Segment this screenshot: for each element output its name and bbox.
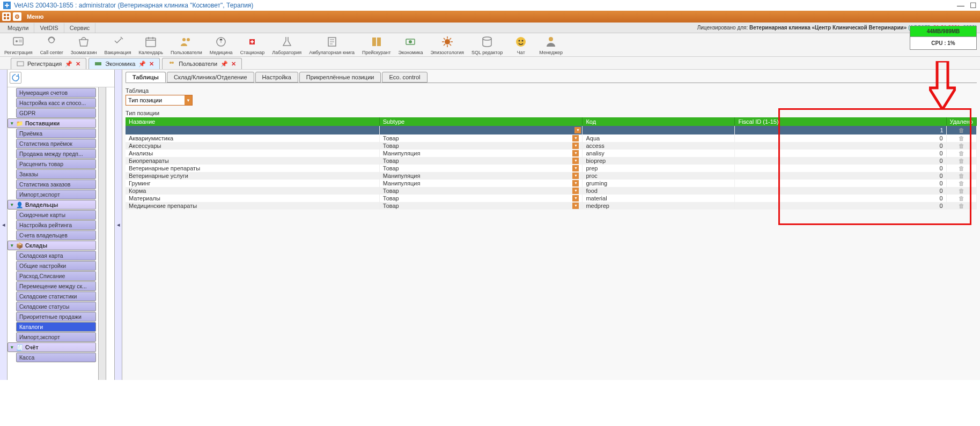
tab-modules[interactable]: Модули xyxy=(2,23,34,33)
table-row[interactable]: АксессуарыТовар ▼access0🗑 xyxy=(126,142,977,150)
subtab-tables[interactable]: Таблицы xyxy=(126,72,166,83)
tool-pricelist[interactable]: Прейскурант xyxy=(362,35,391,55)
refresh-button[interactable] xyxy=(10,72,21,84)
cell-delete[interactable]: 🗑 xyxy=(946,195,976,202)
dropdown-icon[interactable]: ▼ xyxy=(572,165,579,171)
tool-economy[interactable]: Экономика xyxy=(399,35,423,55)
filter-name[interactable] xyxy=(126,126,379,134)
cell-delete[interactable]: 🗑 xyxy=(946,150,976,157)
nav-numbering[interactable]: Нумерация счетов xyxy=(16,88,96,98)
nav-cat-owners[interactable]: ▾👤Владельцы xyxy=(8,200,96,210)
close-icon[interactable]: ✕ xyxy=(231,61,236,68)
subtab-settings[interactable]: Настройка xyxy=(255,72,298,83)
cell-delete[interactable]: 🗑 xyxy=(946,142,976,150)
table-row[interactable]: БиопрепаратыТовар ▼bioprep0🗑 xyxy=(126,157,977,165)
nav-cat-account[interactable]: ▾🧾Счёт xyxy=(8,342,96,352)
filter-code[interactable] xyxy=(583,126,734,134)
minimize-button[interactable]: — xyxy=(957,1,964,10)
table-row[interactable]: Медицинские препаратыТовар ▼medprep0🗑 xyxy=(126,202,977,210)
tab-service[interactable]: Сервис xyxy=(64,23,96,33)
col-name[interactable]: Название xyxy=(126,117,379,126)
tool-zoomagazin[interactable]: Зоомагазин xyxy=(71,35,97,55)
table-row[interactable]: ГрумингМанипуляция ▼gruming0🗑 xyxy=(126,180,977,187)
doctab-economy[interactable]: Экономика 📌 ✕ xyxy=(89,58,160,69)
maximize-button[interactable]: ☐ xyxy=(970,1,977,10)
table-select-input[interactable] xyxy=(126,96,185,104)
table-row[interactable]: МатериалыТовар ▼material0🗑 xyxy=(126,195,977,202)
nav-cat-warehouses[interactable]: ▾📦Склады xyxy=(8,241,96,250)
nav-import-export-1[interactable]: Импорт,экспорт xyxy=(16,190,96,199)
table-row[interactable]: АквариумистикаТовар ▼Aqua0🗑 xyxy=(126,134,977,142)
nav-order-stats[interactable]: Статистика заказов xyxy=(16,180,96,189)
col-fiscal[interactable]: Fiscal ID (1-15) xyxy=(735,117,946,126)
nav-general-settings[interactable]: Общие настройки xyxy=(16,261,96,271)
col-code[interactable]: Код xyxy=(583,117,735,126)
nav-cashbox[interactable]: Касса xyxy=(16,353,96,362)
pin-icon[interactable]: 📌 xyxy=(138,61,146,68)
nav-gdpr[interactable]: GDPR xyxy=(16,108,96,118)
doctab-users[interactable]: Пользователи 📌 ✕ xyxy=(162,58,242,69)
close-icon[interactable]: ✕ xyxy=(149,61,154,68)
dropdown-icon[interactable]: ▼ xyxy=(572,203,579,209)
dropdown-icon[interactable]: ▼ xyxy=(572,143,579,149)
nav-sale-between[interactable]: Продажа между предп... xyxy=(16,149,96,159)
nav-cashsettings[interactable]: Настройка касс и спосо... xyxy=(16,98,96,108)
filter-fiscal[interactable] xyxy=(735,126,945,134)
dropdown-icon[interactable]: ▼ xyxy=(572,135,579,141)
cell-delete[interactable]: 🗑 xyxy=(946,172,976,180)
gear-icon[interactable]: ⚙ xyxy=(13,12,21,21)
dropdown-icon[interactable]: ▼ xyxy=(572,150,579,156)
nav-rating-settings[interactable]: Настройка рейтинга xyxy=(16,220,96,230)
nav-transfer[interactable]: Перемещение между ск... xyxy=(16,281,96,291)
cell-delete[interactable]: 🗑 xyxy=(946,157,976,165)
col-deleted[interactable]: Удалено xyxy=(946,117,976,126)
cell-delete[interactable]: 🗑 xyxy=(946,134,976,142)
cell-delete[interactable]: 🗑 xyxy=(946,165,976,172)
nav-orders[interactable]: Заказы xyxy=(16,169,96,179)
pin-icon[interactable]: 📌 xyxy=(65,61,72,68)
tool-calendar[interactable]: Календарь xyxy=(139,35,163,55)
dropdown-icon[interactable]: ▼ xyxy=(572,173,579,179)
collapse-handle-right[interactable]: ◂ xyxy=(115,70,122,380)
dropdown-icon[interactable]: ▼ xyxy=(574,127,581,133)
tool-stationary[interactable]: Стационар xyxy=(240,35,265,55)
nav-priority-sales[interactable]: Приоритетные продажи xyxy=(16,312,96,322)
menu-button[interactable]: Меню xyxy=(24,13,47,20)
filter-subtype[interactable] xyxy=(380,126,582,134)
table-row[interactable]: Ветеринарные услугиМанипуляция ▼proc0🗑 xyxy=(126,172,977,180)
dropdown-icon[interactable]: ▼ xyxy=(572,158,579,164)
tool-chat[interactable]: Чат xyxy=(510,35,532,55)
nav-catalogs[interactable]: Каталоги xyxy=(16,322,96,332)
dropdown-icon[interactable]: ▼ xyxy=(572,195,579,201)
table-row[interactable]: Ветеринарные препаратыТовар ▼prep0🗑 xyxy=(126,165,977,172)
tool-vaccination[interactable]: Вакцинация xyxy=(104,35,131,55)
nav-reception[interactable]: Приёмка xyxy=(16,129,96,138)
collapse-handle-left[interactable]: ◂ xyxy=(0,70,8,380)
cell-delete[interactable]: 🗑 xyxy=(946,187,976,195)
tool-ambulatory[interactable]: Амбулаторная книга xyxy=(309,35,355,55)
pin-icon[interactable]: 📌 xyxy=(220,61,228,68)
tool-epizootology[interactable]: Эпизоотология xyxy=(430,35,464,55)
subtab-warehouse[interactable]: Склад/Клиника/Отделение xyxy=(167,72,254,83)
cell-delete[interactable]: 🗑 xyxy=(946,180,976,187)
subtab-attached[interactable]: Прикреплённые позиции xyxy=(299,72,381,83)
nav-discount-cards[interactable]: Скидочные карты xyxy=(16,210,96,220)
nav-wh-stats[interactable]: Складские статистики xyxy=(16,292,96,301)
table-row[interactable]: АнализыМанипуляция ▼analisy0🗑 xyxy=(126,150,977,157)
tool-manager[interactable]: Менеджер xyxy=(539,35,563,55)
tool-sql[interactable]: SQL редактор xyxy=(471,35,503,55)
table-row[interactable]: КормаТовар ▼food0🗑 xyxy=(126,187,977,195)
nav-wh-status[interactable]: Складские статусы xyxy=(16,302,96,311)
tool-callcenter[interactable]: Call center xyxy=(40,35,63,55)
table-select[interactable]: ▼ xyxy=(126,95,193,106)
nav-expense[interactable]: Расход,Списание xyxy=(16,271,96,281)
nav-owner-accounts[interactable]: Счета владельцев xyxy=(16,230,96,240)
tool-registration[interactable]: Регистрация xyxy=(4,35,33,55)
col-subtype[interactable]: Subtype xyxy=(379,117,583,126)
doctab-registration[interactable]: Регистрация 📌 ✕ xyxy=(11,58,86,69)
dropdown-icon[interactable]: ▼ xyxy=(572,188,579,194)
tool-users[interactable]: Пользователи xyxy=(171,35,202,55)
tool-laboratory[interactable]: Лаборатория xyxy=(272,35,301,55)
nav-import-export-2[interactable]: Импорт,экспорт xyxy=(16,332,96,342)
nav-price-good[interactable]: Расценить товар xyxy=(16,159,96,169)
